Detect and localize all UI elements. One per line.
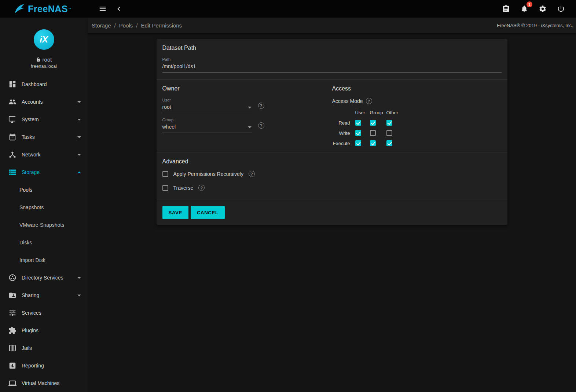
- apply-recursively-label: Apply Permissions Recursively: [173, 171, 243, 177]
- path-field-value[interactable]: /mnt/pool1/ds1: [162, 62, 502, 73]
- sidebar-item-virtual-machines[interactable]: Virtual Machines: [0, 374, 88, 392]
- bar-chart-icon: [8, 362, 16, 370]
- sidebar-item-accounts[interactable]: Accounts: [0, 93, 88, 111]
- breadcrumb-separator: /: [136, 22, 137, 29]
- freenas-fin-icon: [14, 3, 25, 14]
- edit-permissions-card: Dataset Path Path /mnt/pool1/ds1 Owner U…: [157, 39, 507, 225]
- sidebar-item-system[interactable]: System: [0, 111, 88, 128]
- sidebar-subitem-label: Import Disk: [19, 257, 45, 263]
- main-panel: Dataset Path Path /mnt/pool1/ds1 Owner U…: [88, 33, 576, 225]
- sidebar-nav: Dashboard Accounts System Tasks Network …: [0, 75, 88, 392]
- hostname: freenas.local: [0, 64, 88, 69]
- breadcrumb: Storage / Pools / Edit Permissions: [92, 22, 182, 29]
- sidebar-item-label: Services: [22, 310, 41, 316]
- path-field[interactable]: Path /mnt/pool1/ds1: [162, 57, 502, 73]
- sidebar-item-label: Directory Services: [22, 275, 63, 281]
- collapse-chevron-left-icon[interactable]: [113, 3, 125, 15]
- calendar-icon: [8, 133, 16, 141]
- sidebar: iX root freenas.local Dashboard Accounts…: [0, 18, 88, 392]
- sidebar-item-directory-services[interactable]: Directory Services: [0, 269, 88, 286]
- sidebar-item-services[interactable]: Services: [0, 304, 88, 322]
- logged-in-user: root: [0, 56, 88, 63]
- sidebar-item-label: System: [22, 117, 39, 122]
- people-icon: [8, 98, 16, 106]
- sidebar-item-network[interactable]: Network: [0, 146, 88, 163]
- sidebar-item-reporting[interactable]: Reporting: [0, 357, 88, 374]
- task-manager-icon[interactable]: [500, 3, 512, 15]
- sidebar-subitem-label: Snapshots: [19, 204, 44, 210]
- sidebar-item-plugins[interactable]: Plugins: [0, 322, 88, 339]
- group-select-label: Group: [162, 118, 252, 122]
- perm-row-execute-label: Execute: [332, 141, 355, 146]
- ix-logo-text: iX: [40, 34, 48, 45]
- sidebar-subitem-vmware-snapshots[interactable]: VMware-Snapshots: [0, 216, 88, 234]
- perm-row-read-label: Read: [332, 120, 355, 126]
- execute-other-checkbox[interactable]: [386, 140, 392, 146]
- access-mode-help-icon[interactable]: [366, 98, 372, 104]
- apply-recursively-row: Apply Permissions Recursively: [162, 171, 502, 177]
- traverse-row: Traverse: [162, 185, 502, 191]
- chevron-down-icon: [77, 154, 81, 156]
- user-select[interactable]: User root: [162, 98, 252, 113]
- sidebar-item-label: Tasks: [22, 134, 35, 140]
- traverse-label: Traverse: [173, 185, 194, 191]
- breadcrumb-bar: Storage / Pools / Edit Permissions FreeN…: [88, 18, 576, 33]
- user-select-value[interactable]: root: [162, 102, 252, 113]
- sidebar-item-label: Reporting: [22, 363, 44, 369]
- group-help-icon[interactable]: [258, 122, 264, 129]
- read-user-checkbox[interactable]: [355, 120, 361, 126]
- breadcrumb-storage[interactable]: Storage: [92, 22, 111, 29]
- group-select-value[interactable]: wheel: [162, 122, 252, 133]
- folder-shared-icon: [8, 291, 16, 299]
- form-actions: SAVE CANCEL: [157, 200, 507, 225]
- sidebar-subitem-disks[interactable]: Disks: [0, 234, 88, 251]
- apply-recursively-help-icon[interactable]: [249, 171, 255, 177]
- read-other-checkbox[interactable]: [386, 120, 392, 126]
- section-title-owner: Owner: [162, 85, 326, 92]
- sidebar-item-label: Sharing: [22, 292, 39, 298]
- write-user-checkbox[interactable]: [355, 130, 361, 136]
- execute-user-checkbox[interactable]: [355, 140, 361, 146]
- cancel-button[interactable]: CANCEL: [191, 206, 225, 219]
- sidebar-subitem-snapshots[interactable]: Snapshots: [0, 199, 88, 216]
- storage-submenu: Pools Snapshots VMware-Snapshots Disks I…: [0, 181, 88, 269]
- sidebar-item-label: Storage: [22, 169, 40, 175]
- apply-recursively-checkbox[interactable]: [162, 171, 168, 177]
- traverse-help-icon[interactable]: [198, 185, 205, 191]
- save-button[interactable]: SAVE: [162, 206, 188, 219]
- vm-icon: [8, 379, 16, 387]
- ix-logo: iX: [34, 29, 54, 50]
- access-mode-row: Access Mode: [332, 98, 502, 104]
- sidebar-item-label: Dashboard: [22, 81, 47, 87]
- sidebar-subitem-pools[interactable]: Pools: [0, 181, 88, 199]
- read-group-checkbox[interactable]: [370, 120, 376, 126]
- settings-gear-icon[interactable]: [536, 3, 549, 15]
- breadcrumb-pools[interactable]: Pools: [119, 22, 133, 29]
- access-column: Access Access Mode User Group Other Read: [332, 79, 507, 152]
- section-title-dataset-path: Dataset Path: [162, 45, 502, 51]
- power-icon[interactable]: [555, 3, 567, 15]
- owner-column: Owner User root Group: [157, 79, 332, 152]
- sidebar-item-sharing[interactable]: Sharing: [0, 286, 88, 304]
- notification-count-badge: 1: [527, 1, 532, 7]
- sidebar-item-storage[interactable]: Storage: [0, 163, 88, 181]
- sidebar-subitem-label: Pools: [19, 187, 32, 193]
- write-other-checkbox[interactable]: [386, 130, 392, 136]
- perm-row-write-label: Write: [332, 130, 355, 136]
- breadcrumb-separator: /: [114, 22, 116, 29]
- execute-group-checkbox[interactable]: [370, 140, 376, 146]
- chevron-down-icon: [77, 136, 81, 138]
- access-mode-label: Access Mode: [332, 98, 363, 104]
- traverse-checkbox[interactable]: [162, 185, 168, 191]
- sidebar-item-jails[interactable]: Jails: [0, 339, 88, 357]
- user-help-icon[interactable]: [258, 103, 264, 109]
- dropdown-caret-icon: [248, 126, 252, 128]
- sidebar-item-tasks[interactable]: Tasks: [0, 128, 88, 146]
- storage-icon: [8, 168, 16, 176]
- sidebar-item-dashboard[interactable]: Dashboard: [0, 75, 88, 93]
- hamburger-menu-icon[interactable]: [96, 3, 109, 15]
- group-select[interactable]: Group wheel: [162, 118, 252, 133]
- write-group-checkbox[interactable]: [370, 130, 376, 136]
- user-select-label: User: [162, 98, 252, 102]
- sidebar-subitem-import-disk[interactable]: Import Disk: [0, 251, 88, 269]
